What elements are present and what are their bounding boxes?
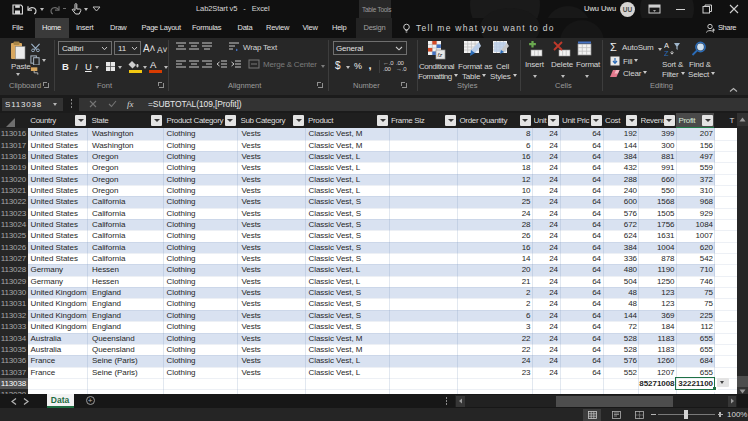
svg-text:Z: Z <box>664 49 669 57</box>
svg-text:fz: fz <box>438 52 443 58</box>
